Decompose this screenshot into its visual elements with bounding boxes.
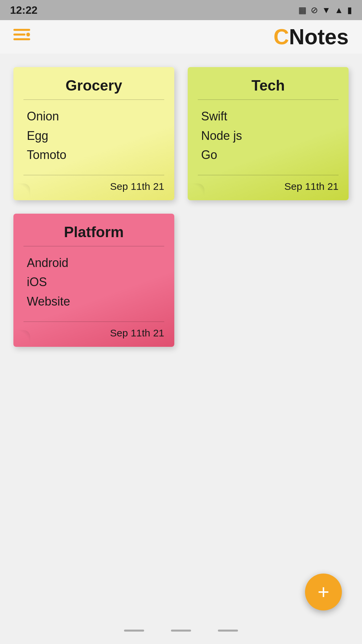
note-title-tech: Tech [198, 77, 339, 100]
note-item: Node js [201, 126, 339, 146]
filter-icon[interactable] [13, 29, 30, 45]
note-card-tech[interactable]: Tech Swift Node js Go Sep 11th 21 [188, 67, 349, 200]
navigation-bar [0, 617, 362, 644]
app-title: CNotes [274, 24, 349, 49]
note-item: Android [27, 253, 164, 273]
battery-icon: ▮ [347, 5, 352, 15]
status-icons: ▦ ⊘ ▼ ▲ ▮ [298, 5, 352, 15]
note-card-platform[interactable]: Platform Android iOS Website Sep 11th 21 [13, 214, 174, 347]
nav-back-indicator [124, 630, 144, 632]
status-bar: 12:22 ▦ ⊘ ▼ ▲ ▮ [0, 0, 362, 20]
note-card-grocery[interactable]: Grocery Onion Egg Tomoto Sep 11th 21 [13, 67, 174, 200]
wifi-icon: ▼ [322, 5, 331, 15]
note-date-platform: Sep 11th 21 [23, 321, 164, 339]
note-date-tech: Sep 11th 21 [198, 175, 339, 192]
top-bar: CNotes [0, 20, 362, 54]
note-item: Tomoto [27, 145, 164, 165]
note-item: Onion [27, 107, 164, 126]
note-title-grocery: Grocery [23, 77, 164, 100]
do-not-disturb-icon: ⊘ [311, 5, 318, 15]
app-title-notes: Notes [289, 25, 349, 49]
svg-rect-0 [13, 29, 30, 31]
note-title-platform: Platform [23, 224, 164, 247]
status-time: 12:22 [10, 4, 38, 16]
note-content-grocery: Onion Egg Tomoto [23, 107, 164, 165]
svg-point-3 [26, 32, 30, 37]
note-content-tech: Swift Node js Go [198, 107, 339, 165]
add-note-button[interactable]: + [305, 574, 342, 610]
nav-home-indicator [171, 630, 191, 632]
svg-rect-2 [13, 38, 30, 40]
note-content-platform: Android iOS Website [23, 253, 164, 311]
note-date-grocery: Sep 11th 21 [23, 175, 164, 192]
svg-rect-1 [13, 34, 25, 36]
note-item: Egg [27, 126, 164, 146]
note-item: iOS [27, 272, 164, 292]
note-item: Go [201, 145, 339, 165]
app-title-c: C [274, 25, 289, 49]
note-item: Website [27, 292, 164, 311]
signal-icon: ▲ [335, 5, 343, 15]
sim-icon: ▦ [298, 5, 307, 15]
note-item: Swift [201, 107, 339, 126]
notes-grid: Grocery Onion Egg Tomoto Sep 11th 21 Tec… [0, 54, 362, 360]
add-icon: + [317, 582, 329, 602]
nav-recent-indicator [218, 630, 238, 632]
